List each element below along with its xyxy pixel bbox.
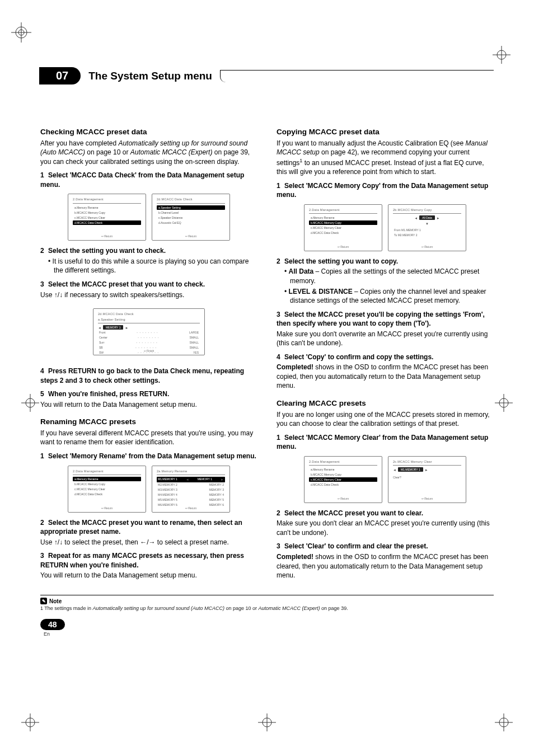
registration-mark-icon [19, 392, 41, 414]
registration-mark-icon [256, 711, 278, 734]
page-number: 48 [40, 619, 65, 630]
chapter-header: 07 The System Setup menu [40, 67, 494, 84]
body-text: Use ↑/↓ if necessary to switch speakers/… [40, 290, 257, 300]
body-text: You will return to the Data Management s… [40, 571, 257, 580]
body-text: You will return to the Data Management s… [40, 400, 257, 410]
osd-data-management: 2.Data Management a.Memory Rename b.MCAC… [304, 456, 382, 503]
step-2: 2Select the MCACC preset you want to cle… [277, 509, 494, 518]
step-2: 2Select the MCACC preset you want to ren… [40, 518, 257, 537]
registration-mark-icon [493, 711, 515, 734]
updown-arrow-icon: ↑/↓ [54, 538, 63, 546]
osd-speaker-setting: 2d.MCACC Data Check a.Speaker Setting ◄M… [93, 308, 205, 355]
osd-data-management: 2.Data Management a.Memory Rename b.MCAC… [68, 194, 146, 241]
bullet: It is useful to do this while a source i… [48, 257, 257, 275]
registration-mark-icon [490, 44, 513, 66]
osd-memory-rename: 2a.Memory Rename M1.MEMORY 1◄MEMORY 1► M… [152, 466, 230, 513]
step-3: 3Select the MCACC preset that you want t… [40, 280, 257, 289]
footnote-block: ✎Note 1 The settings made in Automatical… [40, 595, 494, 612]
chapter-number-badge: 07 [39, 67, 81, 84]
step-4: 4Select 'Copy' to confirm and copy the s… [277, 353, 494, 362]
footnote-text: 1 The settings made in Automatically set… [40, 605, 494, 611]
section-title-renaming: Renaming MCACC presets [40, 417, 257, 428]
body-text: If you want to manually adjust the Acous… [277, 139, 494, 177]
step-5: 5When you're finished, press RETURN. [40, 389, 257, 399]
body-text: Make sure you don't overwrite an MCACC p… [277, 330, 494, 348]
note-badge: ✎Note [40, 598, 65, 604]
leftright-arrow-icon: ←/→ [140, 538, 155, 546]
body-text: If you have several different MCACC pres… [40, 429, 257, 447]
osd-data-management: 2.Data Management a.Memory Rename b.MCAC… [68, 466, 146, 513]
osd-data-management: 2.Data Management a.Memory Rename b.MCAC… [304, 204, 382, 251]
step-1: 1Select 'MCACC Memory Clear' from the Da… [277, 433, 494, 452]
registration-mark-icon [493, 392, 515, 414]
step-1: 1Select 'MCACC Data Check' from the Data… [40, 171, 257, 189]
body-text: Use ↑/↓ to select the preset, then ←/→ t… [40, 538, 257, 547]
section-title-clearing: Clearing MCACC presets [277, 398, 494, 409]
step-2: 2Select the setting you want to check. [40, 246, 257, 256]
osd-memory-clear: 2c.MCACC Memory Clear ◄M1.MEMORY 1► Clea… [388, 456, 466, 503]
body-text: Completed! shows in the OSD to confirm t… [277, 552, 494, 580]
step-1: 1Select 'Memory Rename' from the Data Ma… [40, 452, 257, 461]
body-text: Completed! shows in the OSD to confirm t… [277, 363, 494, 391]
chapter-title: The System Setup menu [88, 70, 212, 82]
bullet: All Data – Copies all the settings of th… [284, 267, 494, 285]
section-title-copying: Copying MCACC preset data [277, 127, 494, 138]
step-3: 3Select 'Clear' to confirm and clear the… [277, 542, 494, 551]
step-3: 3Repeat for as many MCACC presets as nec… [40, 551, 257, 570]
body-text: If you are no longer using one of the MC… [277, 410, 494, 429]
registration-mark-icon [19, 711, 41, 734]
body-text: Make sure you don't clear an MCACC prese… [277, 519, 494, 537]
language-label: En [44, 631, 494, 637]
osd-data-check: 2d.MCACC Data Check a.Speaker Setting b.… [152, 194, 230, 241]
step-1: 1Select 'MCACC Memory Copy' from the Dat… [277, 181, 494, 200]
left-column: Checking MCACC preset data After you hav… [40, 119, 257, 583]
section-title-checking: Checking MCACC preset data [40, 127, 257, 138]
body-text: After you have completed Automatically s… [40, 139, 257, 167]
step-3: 3Select the MCACC preset you'll be copyi… [277, 310, 494, 328]
osd-memory-copy: 2b.MCACC Memory Copy ◄All Data► ▼ From M… [388, 204, 466, 251]
step-2: 2Select the setting you want to copy. [277, 257, 494, 266]
note-icon: ✎ [40, 598, 47, 604]
registration-mark-icon [10, 21, 32, 44]
step-4: 4Press RETURN to go back to the Data Che… [40, 367, 257, 385]
right-column: Copying MCACC preset data If you want to… [277, 119, 494, 583]
updown-arrow-icon: ↑/↓ [54, 291, 63, 299]
bullet: LEVEL & DISTANCE – Copies only the chann… [284, 287, 494, 306]
